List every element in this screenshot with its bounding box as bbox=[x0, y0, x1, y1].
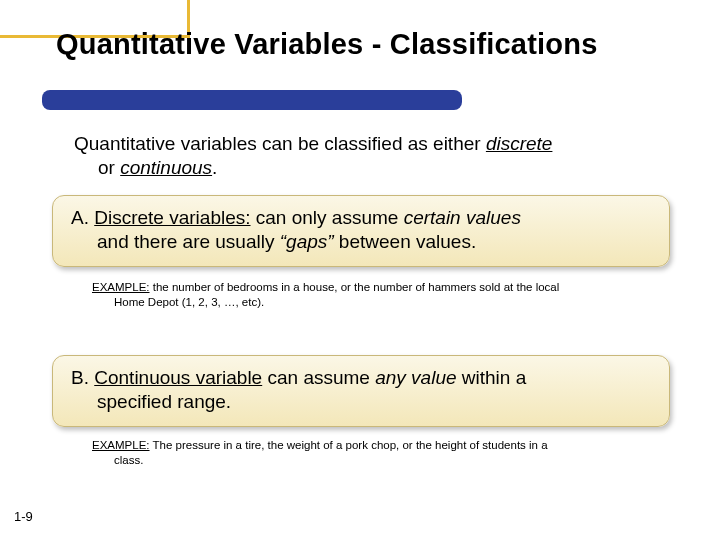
box-b-text2: within a bbox=[457, 367, 527, 388]
box-a-em2: “gaps” bbox=[280, 231, 334, 252]
intro-or: or bbox=[98, 157, 120, 178]
example-b-label: EXAMPLE: bbox=[92, 439, 150, 451]
box-b-text1: can assume bbox=[262, 367, 375, 388]
box-a-text3: between values. bbox=[334, 231, 477, 252]
box-a-label: A. bbox=[71, 207, 94, 228]
example-b: EXAMPLE: The pressure in a tire, the wei… bbox=[92, 438, 670, 468]
box-b-em1: any value bbox=[375, 367, 456, 388]
definition-box-a: A. Discrete variables: can only assume c… bbox=[52, 195, 670, 267]
box-b-dot: . bbox=[84, 367, 95, 388]
box-b-text3: specified range. bbox=[71, 390, 651, 414]
title-underline-bar bbox=[42, 90, 462, 110]
box-b-label: B bbox=[71, 367, 84, 388]
box-a-em1: certain values bbox=[404, 207, 521, 228]
slide-title: Quantitative Variables - Classifications bbox=[56, 28, 597, 61]
definition-box-b: B. Continuous variable can assume any va… bbox=[52, 355, 670, 427]
example-b-text2: class. bbox=[92, 453, 670, 468]
intro-period: . bbox=[212, 157, 217, 178]
intro-text: Quantitative variables can be classified… bbox=[74, 133, 486, 154]
box-a-term: Discrete variables: bbox=[94, 207, 250, 228]
box-a-text2: and there are usually bbox=[97, 231, 280, 252]
intro-discrete: discrete bbox=[486, 133, 553, 154]
box-a-text1: can only assume bbox=[251, 207, 404, 228]
example-a-label: EXAMPLE: bbox=[92, 281, 150, 293]
intro-continuous: continuous bbox=[120, 157, 212, 178]
example-a-text2: Home Depot (1, 2, 3, …, etc). bbox=[92, 295, 670, 310]
intro-paragraph: Quantitative variables can be classified… bbox=[74, 132, 672, 180]
box-b-term: Continuous variable bbox=[94, 367, 262, 388]
page-number: 1-9 bbox=[14, 509, 33, 524]
example-a-text1: the number of bedrooms in a house, or th… bbox=[150, 281, 560, 293]
example-b-text1: The pressure in a tire, the weight of a … bbox=[150, 439, 548, 451]
example-a: EXAMPLE: the number of bedrooms in a hou… bbox=[92, 280, 670, 310]
